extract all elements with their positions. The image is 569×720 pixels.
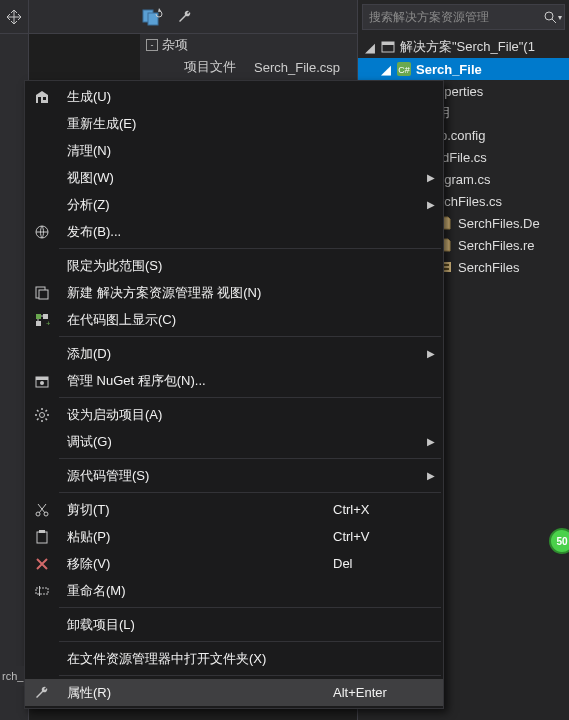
svg-rect-10 bbox=[36, 95, 48, 103]
solution-search-input[interactable] bbox=[369, 10, 542, 24]
wrench-icon bbox=[25, 685, 59, 701]
file-header-col2[interactable]: Serch_File.csp bbox=[254, 60, 340, 75]
notification-badge-count: 50 bbox=[556, 536, 567, 547]
menu-separator bbox=[59, 492, 441, 493]
submenu-arrow-icon: ▶ bbox=[423, 172, 439, 183]
menu-item[interactable]: 管理 NuGet 程序包(N)... bbox=[25, 367, 443, 394]
build-icon bbox=[25, 89, 59, 105]
code-map-icon: + bbox=[25, 312, 59, 328]
menu-item[interactable]: 剪切(T)Ctrl+X bbox=[25, 496, 443, 523]
toolbar-refresh-button[interactable] bbox=[140, 4, 166, 30]
menu-item-label: 发布(B)... bbox=[59, 223, 333, 241]
menu-item-label: 添加(D) bbox=[59, 345, 333, 363]
menu-item-label: 设为启动项目(A) bbox=[59, 406, 333, 424]
menu-item-label: 清理(N) bbox=[59, 142, 333, 160]
menu-item-label: 管理 NuGet 程序包(N)... bbox=[59, 372, 333, 390]
menu-item[interactable]: 粘贴(P)Ctrl+V bbox=[25, 523, 443, 550]
menu-item-shortcut: Del bbox=[333, 556, 423, 571]
menu-item[interactable]: 属性(R)Alt+Enter bbox=[25, 679, 443, 706]
menu-separator bbox=[59, 607, 441, 608]
refresh-stack-icon bbox=[142, 7, 164, 27]
menu-item[interactable]: +在代码图上显示(C) bbox=[25, 306, 443, 333]
menu-separator bbox=[59, 336, 441, 337]
menu-item[interactable]: 清理(N) bbox=[25, 137, 443, 164]
menu-item-label: 移除(V) bbox=[59, 555, 333, 573]
file-header: - 杂项 项目文件 Serch_File.csp bbox=[140, 34, 357, 80]
menu-item[interactable]: 重命名(M) bbox=[25, 577, 443, 604]
svg-rect-15 bbox=[39, 290, 48, 299]
file-header-col1[interactable]: 项目文件 bbox=[184, 58, 236, 76]
project-node[interactable]: ◢ C# Serch_File bbox=[358, 58, 569, 80]
menu-item-label: 分析(Z) bbox=[59, 196, 333, 214]
menu-item[interactable]: 视图(W)▶ bbox=[25, 164, 443, 191]
project-label: Serch_File bbox=[416, 62, 482, 77]
svg-rect-27 bbox=[39, 530, 45, 533]
submenu-arrow-icon: ▶ bbox=[423, 470, 439, 481]
menu-item[interactable]: 发布(B)... bbox=[25, 218, 443, 245]
svg-point-2 bbox=[545, 12, 553, 20]
nuget-icon bbox=[25, 373, 59, 389]
svg-rect-28 bbox=[36, 588, 48, 594]
menu-item[interactable]: 源代码管理(S)▶ bbox=[25, 462, 443, 489]
menu-separator bbox=[59, 641, 441, 642]
menu-item-label: 限定为此范围(S) bbox=[59, 257, 333, 275]
menu-item-label: 新建 解决方案资源管理器 视图(N) bbox=[59, 284, 333, 302]
submenu-arrow-icon: ▶ bbox=[423, 199, 439, 210]
menu-item-label: 重新生成(E) bbox=[59, 115, 333, 133]
submenu-arrow-icon: ▶ bbox=[423, 348, 439, 359]
menu-separator bbox=[59, 248, 441, 249]
svg-point-22 bbox=[40, 381, 44, 385]
menu-item[interactable]: 重新生成(E) bbox=[25, 110, 443, 137]
menu-separator bbox=[59, 458, 441, 459]
new-view-icon bbox=[25, 285, 59, 301]
menu-item-label: 在文件资源管理器中打开文件夹(X) bbox=[59, 650, 333, 668]
paste-icon bbox=[25, 529, 59, 545]
solution-root-label: 解决方案"Serch_File"(1 bbox=[400, 38, 535, 56]
svg-rect-26 bbox=[37, 532, 47, 543]
chevron-down-icon[interactable]: ◢ bbox=[380, 62, 392, 77]
svg-rect-18 bbox=[36, 321, 41, 326]
wrench-icon bbox=[177, 9, 193, 25]
chevron-down-icon[interactable]: ◢ bbox=[364, 40, 376, 55]
menu-separator bbox=[59, 675, 441, 676]
menu-item[interactable]: 分析(Z)▶ bbox=[25, 191, 443, 218]
toolbar-wrench-button[interactable] bbox=[172, 4, 198, 30]
tab-fragment[interactable]: rch_ bbox=[0, 666, 24, 686]
svg-text:C#: C# bbox=[398, 65, 410, 75]
menu-item[interactable]: 卸载项目(L) bbox=[25, 611, 443, 638]
svg-point-23 bbox=[40, 412, 45, 417]
solution-search-box[interactable]: ▾ bbox=[362, 4, 565, 30]
solution-search-button[interactable]: ▾ bbox=[542, 7, 562, 27]
publish-icon bbox=[25, 224, 59, 240]
menu-item[interactable]: 添加(D)▶ bbox=[25, 340, 443, 367]
menu-item[interactable]: 设为启动项目(A) bbox=[25, 401, 443, 428]
gear-icon bbox=[25, 407, 59, 423]
svg-rect-12 bbox=[43, 97, 46, 100]
menu-item-shortcut: Alt+Enter bbox=[333, 685, 423, 700]
menu-item-label: 剪切(T) bbox=[59, 501, 333, 519]
cut-icon bbox=[25, 502, 59, 518]
solution-root-node[interactable]: ◢ 解决方案"Serch_File"(1 bbox=[358, 36, 569, 58]
menu-item-shortcut: Ctrl+V bbox=[333, 529, 423, 544]
menu-item[interactable]: 在文件资源管理器中打开文件夹(X) bbox=[25, 645, 443, 672]
menu-item[interactable]: 限定为此范围(S) bbox=[25, 252, 443, 279]
project-context-menu: 生成(U)重新生成(E)清理(N)视图(W)▶分析(Z)▶发布(B)...限定为… bbox=[24, 80, 444, 709]
file-group-label: 杂项 bbox=[162, 36, 188, 54]
collapse-box-icon[interactable]: - bbox=[146, 39, 158, 51]
menu-item[interactable]: 生成(U) bbox=[25, 83, 443, 110]
submenu-arrow-icon: ▶ bbox=[423, 436, 439, 447]
menu-item-label: 源代码管理(S) bbox=[59, 467, 333, 485]
menu-item-label: 调试(G) bbox=[59, 433, 333, 451]
menu-item[interactable]: 调试(G)▶ bbox=[25, 428, 443, 455]
csharp-project-icon: C# bbox=[396, 61, 412, 77]
menu-item-label: 视图(W) bbox=[59, 169, 333, 187]
menu-item[interactable]: 移除(V)Del bbox=[25, 550, 443, 577]
menu-item-label: 在代码图上显示(C) bbox=[59, 311, 333, 329]
rename-icon bbox=[25, 583, 59, 599]
menu-item-label: 属性(R) bbox=[59, 684, 333, 702]
svg-rect-16 bbox=[36, 314, 41, 319]
notification-badge[interactable]: 50 bbox=[549, 528, 569, 554]
toolbar-left-handle[interactable] bbox=[0, 0, 29, 34]
menu-item-label: 卸载项目(L) bbox=[59, 616, 333, 634]
menu-item[interactable]: 新建 解决方案资源管理器 视图(N) bbox=[25, 279, 443, 306]
